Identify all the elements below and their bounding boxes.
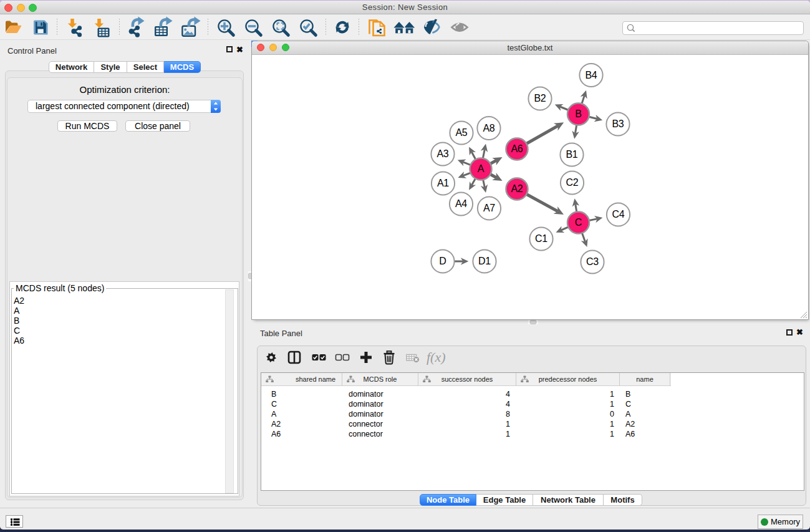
- svg-text:B2: B2: [534, 93, 546, 104]
- svg-text:D: D: [439, 256, 446, 266]
- svg-text:C2: C2: [566, 177, 579, 188]
- svg-text:C: C: [575, 217, 582, 228]
- svg-text:C4: C4: [612, 209, 625, 220]
- svg-text:A5: A5: [456, 127, 468, 138]
- svg-text:A2: A2: [511, 183, 523, 194]
- svg-text:C3: C3: [586, 256, 599, 267]
- svg-text:A1: A1: [437, 178, 449, 188]
- svg-text:A3: A3: [437, 148, 449, 159]
- svg-text:A: A: [478, 163, 485, 174]
- svg-text:A4: A4: [455, 198, 467, 209]
- svg-text:f(x): f(x): [427, 349, 446, 365]
- svg-text:B: B: [575, 109, 581, 119]
- svg-text:B1: B1: [566, 149, 578, 160]
- svg-text:A7: A7: [483, 203, 495, 213]
- svg-text:A6: A6: [511, 143, 523, 154]
- svg-text:B3: B3: [612, 118, 624, 129]
- svg-text:D1: D1: [478, 256, 491, 266]
- svg-text:B4: B4: [586, 70, 597, 80]
- svg-text:A8: A8: [483, 123, 495, 133]
- svg-text:C1: C1: [535, 233, 547, 244]
